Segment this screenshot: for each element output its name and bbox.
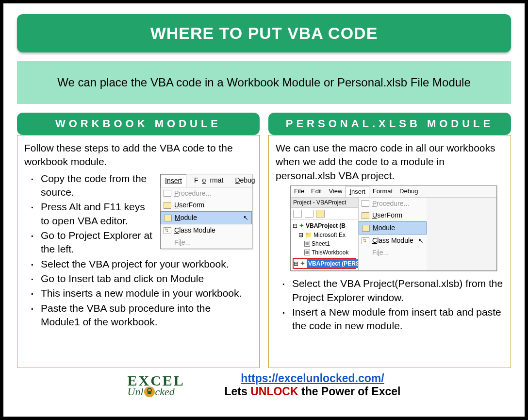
footer-link[interactable]: https://excelunlocked.com/ bbox=[241, 372, 384, 385]
toolbar-icon[interactable] bbox=[305, 210, 314, 218]
project-icon: ✦ bbox=[300, 259, 305, 269]
right-bullet: Select the VBA Project(Personal.xlsb) fr… bbox=[276, 277, 504, 304]
tree-sheet1[interactable]: ▦ Sheet1 bbox=[293, 239, 356, 248]
right-column: PERSONAL.XLSB MODULE We can use the macr… bbox=[268, 113, 511, 368]
right-column-header: PERSONAL.XLSB MODULE bbox=[268, 113, 511, 135]
userform-icon bbox=[362, 212, 369, 219]
excel-unlocked-logo: EXCEL Unlcked bbox=[128, 373, 210, 397]
toolbar-folder-icon[interactable] bbox=[316, 210, 325, 218]
folder-icon: 📁 bbox=[305, 231, 312, 239]
vbe-menu-debug[interactable]: Debug bbox=[396, 186, 421, 197]
right-intro: We can use the macro code in all our wor… bbox=[276, 141, 504, 183]
right-bullets: Select the VBA Project(Personal.xlsb) fr… bbox=[276, 277, 504, 333]
vbe-screenshot: File Edit View Insert Format Debug Proje… bbox=[290, 185, 497, 271]
vbe-item-procedure: Procedure... bbox=[359, 198, 427, 210]
tree-personal-xlsb[interactable]: ⊞✦ VBAProject (PERSONAL.XLSB) bbox=[293, 258, 356, 269]
vbe-item-file: File... bbox=[359, 247, 427, 259]
left-column-header: WORKBOOK MODULE bbox=[17, 113, 260, 135]
footer-text: https://excelunlocked.com/ Lets UNLOCK t… bbox=[225, 372, 401, 398]
left-bullet: Press Alt and F11 keys to open VBA edito… bbox=[24, 200, 252, 228]
right-bullet: Insert a New module from insert tab and … bbox=[276, 305, 504, 333]
vbe-menu-file[interactable]: File bbox=[291, 186, 308, 197]
tree-thisworkbook[interactable]: ▦ ThisWorkbook bbox=[293, 248, 356, 257]
left-bullet: Select the VBA project for your workbook… bbox=[24, 257, 252, 271]
left-bullet: Copy the code from the source. bbox=[24, 172, 252, 200]
project-explorer: Project - VBAProject ⊟✦ VBAProject (B bbox=[291, 198, 359, 271]
sheet-icon: ▦ bbox=[304, 241, 310, 247]
subtitle: We can place the VBA code in a Workbook … bbox=[17, 61, 511, 104]
vbe-menu-insert[interactable]: Insert bbox=[346, 186, 369, 197]
left-column: WORKBOOK MODULE Follow these steps to ad… bbox=[17, 113, 260, 368]
left-bullet: Go to Project Explorer at the left. bbox=[24, 229, 252, 256]
vbe-item-classmodule[interactable]: Class Module ↖ bbox=[359, 235, 427, 247]
cursor-icon: ↖ bbox=[418, 236, 424, 245]
project-icon: ✦ bbox=[299, 221, 304, 231]
main-title: WHERE TO PUT VBA CODE bbox=[17, 14, 511, 52]
left-column-body: Follow these steps to add the VBA code t… bbox=[17, 135, 260, 368]
vbe-item-module[interactable]: Module bbox=[359, 221, 427, 235]
logo-unlocked-text: Unlcked bbox=[128, 386, 175, 397]
project-tree: ⊟✦ VBAProject (B ⊟📁 Microsoft Ex ▦ Sheet… bbox=[291, 219, 358, 270]
left-intro: Follow these steps to add the VBA code t… bbox=[24, 141, 252, 169]
tree-vbaproject[interactable]: ⊟✦ VBAProject (B bbox=[293, 221, 356, 231]
columns-container: WORKBOOK MODULE Follow these steps to ad… bbox=[17, 113, 511, 368]
project-explorer-toolbar bbox=[291, 208, 358, 220]
vbe-menubar: File Edit View Insert Format Debug bbox=[291, 186, 496, 198]
left-bullet: Go to Insert tab and click on Module bbox=[24, 272, 252, 286]
toolbar-icon[interactable] bbox=[293, 210, 302, 218]
vbe-menu-view[interactable]: View bbox=[325, 186, 346, 197]
workbook-icon: ▦ bbox=[304, 250, 310, 255]
left-bullets: Copy the code from the source. Press Alt… bbox=[24, 172, 252, 329]
vbe-insert-dropdown: Procedure... UserForm Module Class bbox=[359, 198, 427, 271]
footer: EXCEL Unlcked https://excelunlocked.com/… bbox=[17, 372, 511, 398]
tagline: Lets UNLOCK the Power of Excel bbox=[225, 385, 401, 398]
module-icon bbox=[362, 225, 370, 232]
vbe-item-userform[interactable]: UserForm bbox=[359, 209, 427, 221]
procedure-icon bbox=[362, 200, 369, 207]
lock-icon bbox=[144, 386, 155, 397]
right-column-body: We can use the macro code in all our wor… bbox=[268, 135, 511, 368]
classmodule-icon bbox=[362, 237, 369, 244]
tree-folder[interactable]: ⊟📁 Microsoft Ex bbox=[293, 231, 356, 239]
project-explorer-title: Project - VBAProject bbox=[291, 198, 358, 208]
vbe-menu-edit[interactable]: Edit bbox=[308, 186, 325, 197]
left-bullet: Paste the VBA sub procedure into the Mod… bbox=[24, 302, 252, 329]
vbe-menu-format[interactable]: Format bbox=[369, 186, 396, 197]
left-bullet: This inserts a new module in your workbo… bbox=[24, 286, 252, 300]
